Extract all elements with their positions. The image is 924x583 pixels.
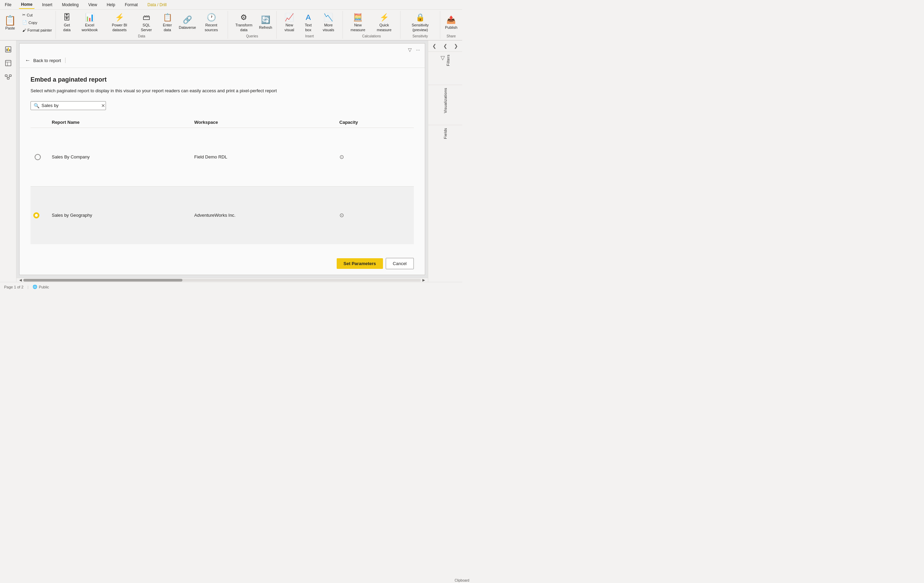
row2-radio[interactable] [33, 212, 40, 218]
status-divider: | [27, 285, 28, 289]
power-bi-datasets-button[interactable]: ⚡ Power BI datasets [104, 11, 135, 34]
text-box-button[interactable]: A Text box [300, 11, 317, 34]
menu-file[interactable]: File [3, 1, 13, 8]
new-visual-button[interactable]: 📈 New visual [279, 11, 300, 34]
menu-view[interactable]: View [86, 1, 99, 8]
search-box[interactable]: 🔍 ✕ [31, 101, 106, 110]
filter-icon[interactable]: ▽ [407, 46, 412, 53]
canvas-area: ▽ ··· ← Back to report Embed a paginated… [16, 40, 428, 282]
visualizations-panel-section[interactable]: Visualizations [428, 85, 462, 125]
page-info: Page 1 of 2 [4, 285, 23, 289]
sensitivity-icon: 🔒 [416, 13, 425, 22]
recent-sources-button[interactable]: 🕐 Recent sources [198, 11, 225, 34]
cancel-button[interactable]: Cancel [386, 258, 414, 269]
row1-radio[interactable] [35, 154, 41, 160]
more-options-icon[interactable]: ··· [415, 46, 421, 53]
row2-capacity: ⊙ [335, 186, 414, 244]
scroll-right-arrow[interactable]: ▶ [421, 278, 427, 282]
clipboard-small-buttons: ✂ Cut 📄 Copy 🖌 Format painter [20, 11, 54, 34]
table-row[interactable]: Sales by Geography AdventureWorks Inc. ⊙ [31, 186, 414, 244]
col-workspace: Workspace [190, 117, 335, 128]
get-data-label: Get data [61, 23, 73, 32]
modal-header-icons: ▽ ··· [407, 46, 421, 53]
quick-measure-button[interactable]: ⚡ Quick measure [371, 11, 398, 34]
back-arrow-icon[interactable]: ← [25, 57, 31, 63]
back-row: ← Back to report [20, 56, 425, 68]
set-parameters-button[interactable]: Set Parameters [337, 258, 383, 269]
transform-data-icon: ⚙ [240, 13, 247, 22]
back-to-report-link[interactable]: Back to report [33, 58, 61, 63]
menu-help[interactable]: Help [105, 1, 117, 8]
enter-data-button[interactable]: 📋 Enter data [158, 11, 177, 34]
menu-insert[interactable]: Insert [40, 1, 54, 8]
new-measure-button[interactable]: 🧮 New measure [346, 11, 370, 34]
row1-radio-cell[interactable] [31, 127, 48, 186]
row1-capacity: ⊙ [335, 127, 414, 186]
sql-server-icon: 🗃 [143, 13, 150, 22]
clear-search-icon[interactable]: ✕ [101, 103, 105, 108]
sql-server-button[interactable]: 🗃 SQL Server [136, 11, 157, 34]
format-painter-button[interactable]: 🖌 Format painter [20, 26, 54, 34]
filters-label: Filters [446, 55, 450, 66]
sidebar-table-icon[interactable] [2, 57, 15, 69]
insert-group-label: Insert [305, 34, 314, 38]
dataverse-label: Dataverse [179, 25, 196, 30]
transform-data-label: Transform data [233, 23, 255, 32]
filters-panel-section[interactable]: ▽ Filters [428, 52, 462, 85]
copy-button[interactable]: 📄 Copy [20, 19, 54, 26]
new-visual-label: New visual [282, 23, 298, 32]
fields-panel-section[interactable]: Fields [428, 125, 462, 151]
scroll-left-arrow[interactable]: ◀ [18, 278, 23, 282]
cut-icon: ✂ [22, 13, 25, 17]
power-bi-datasets-icon: ⚡ [115, 13, 124, 22]
chevron-left2-button[interactable]: ❮ [442, 42, 449, 50]
filter-panel-icon[interactable]: ▽ [441, 55, 445, 61]
search-input[interactable] [41, 103, 99, 108]
refresh-icon: 🔄 [261, 15, 270, 24]
text-box-icon: A [306, 13, 311, 22]
share-group-label: Share [447, 34, 456, 38]
cut-button[interactable]: ✂ Cut [20, 11, 54, 19]
menu-format[interactable]: Format [123, 1, 140, 8]
menu-datadrill[interactable]: Data / Drill [145, 1, 169, 8]
publish-label: Publish [445, 25, 457, 30]
transform-data-button[interactable]: ⚙ Transform data [231, 11, 257, 34]
scrollbar-thumb [23, 279, 182, 282]
cut-label: Cut [27, 13, 33, 17]
more-visuals-button[interactable]: 📉 More visuals [317, 11, 340, 34]
paste-button[interactable]: 📋 Paste [2, 11, 19, 34]
row1-workspace: Field Demo RDL [190, 127, 335, 186]
get-data-icon: 🗄 [63, 13, 71, 22]
sensitivity-button[interactable]: 🔒 Sensitivity (preview) [403, 11, 437, 34]
menu-home[interactable]: Home [19, 1, 34, 9]
paste-icon: 📋 [4, 15, 16, 26]
chevron-right-button[interactable]: ❯ [452, 42, 459, 50]
dataverse-button[interactable]: 🔗 Dataverse [178, 11, 197, 34]
sensitivity-label: Sensitivity (preview) [405, 23, 435, 32]
refresh-button[interactable]: 🔄 Refresh [258, 11, 274, 34]
svg-rect-8 [7, 78, 9, 79]
data-group: 🗄 Get data 📊 Excel workbook ⚡ Power BI d… [56, 11, 228, 39]
scrollbar-track[interactable] [23, 279, 421, 282]
sidebar-model-icon[interactable] [2, 71, 15, 83]
table-header-row: Report Name Workspace Capacity [31, 117, 414, 128]
copy-icon: 📄 [22, 20, 27, 25]
text-box-label: Text box [302, 23, 314, 32]
publish-button[interactable]: 📤 Publish [443, 11, 459, 34]
calculations-group-label: Calculations [362, 34, 381, 38]
menu-modeling[interactable]: Modeling [60, 1, 81, 8]
chevron-left-button[interactable]: ❮ [431, 42, 438, 50]
report-table: Report Name Workspace Capacity [31, 117, 414, 244]
row2-radio-cell[interactable] [31, 186, 48, 244]
get-data-button[interactable]: 🗄 Get data [59, 11, 76, 34]
more-visuals-icon: 📉 [323, 13, 333, 22]
paste-label: Paste [5, 26, 15, 30]
share-group: 📤 Publish Share [440, 11, 462, 39]
sidebar-report-icon[interactable] [2, 43, 15, 56]
col-report-name: Report Name [48, 117, 190, 128]
search-icon: 🔍 [34, 103, 40, 108]
col-select [31, 117, 48, 128]
fields-label: Fields [443, 128, 447, 139]
table-row[interactable]: Sales By Company Field Demo RDL ⊙ [31, 127, 414, 186]
excel-workbook-button[interactable]: 📊 Excel workbook [76, 11, 104, 34]
